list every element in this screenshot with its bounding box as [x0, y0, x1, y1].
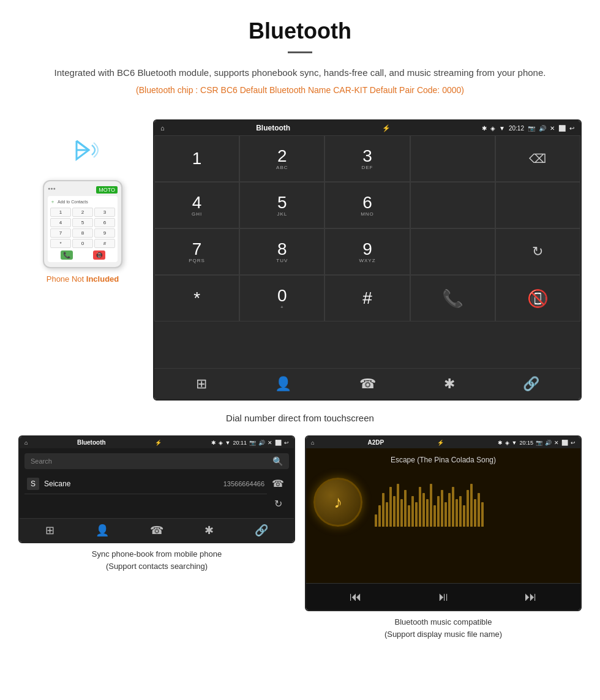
key-0[interactable]: 0+: [239, 275, 324, 322]
empty-cell-2: [495, 182, 580, 228]
phonebook-bottom: ⊞ 👤 ☎ ✱ 🔗: [20, 518, 294, 542]
key-6[interactable]: 6MNO: [324, 182, 410, 228]
mu-usb-icon: ⚡: [437, 440, 444, 446]
pb-vol-icon: 🔊: [258, 440, 265, 446]
call-button[interactable]: 📞: [410, 275, 495, 322]
key-3[interactable]: 3DEF: [324, 135, 410, 182]
key-4[interactable]: 4GHI: [154, 182, 239, 228]
phonebook-caption-line1: Sync phone-book from mobile phone: [92, 549, 222, 559]
contact-letter: S: [27, 478, 39, 490]
time-display: 20:12: [509, 125, 524, 132]
mu-x-icon: ✕: [554, 440, 559, 446]
pb-sig-icon: ▼: [225, 440, 231, 446]
phonebook-frame: ⌂ Bluetooth ⚡ ✱ ◈ ▼ 20:11 📷 🔊 ✕ ⬜ ↩: [18, 435, 295, 543]
page-title: Bluetooth: [37, 18, 563, 44]
prev-track-icon[interactable]: ⏮: [350, 590, 362, 604]
next-track-icon[interactable]: ⏭: [525, 590, 537, 604]
music-album-area: ♪: [313, 472, 573, 533]
phone-not-included-label: Phone Not Included: [47, 274, 119, 284]
phonebook-caption: Sync phone-book from mobile phone (Suppo…: [18, 543, 295, 574]
bottom-screenshots: ⌂ Bluetooth ⚡ ✱ ◈ ▼ 20:11 📷 🔊 ✕ ⬜ ↩: [0, 435, 600, 642]
dialpad-phone-icon[interactable]: ☎: [359, 376, 376, 392]
dialpad-screen: ⌂ Bluetooth ⚡ ✱ ◈ ▼ 20:12 📷 🔊 ✕ ⬜ ↩ 1 2A…: [153, 119, 582, 401]
key-8[interactable]: 8TUV: [239, 228, 324, 275]
end-call-button[interactable]: 📵: [495, 275, 580, 322]
window-icon: ⬜: [558, 125, 566, 132]
empty-cell-3: [410, 228, 495, 275]
music-frame: ⌂ A2DP ⚡ ✱ ◈ ▼ 20:15 📷 🔊 ✕ ⬜ ↩ Escape (T…: [305, 435, 582, 611]
music-caption-line1: Bluetooth music compatible: [395, 617, 492, 627]
mu-sig-icon: ▼: [512, 440, 517, 446]
pb-btn-contacts[interactable]: 👤: [96, 524, 109, 537]
header-section: Bluetooth Integrated with BC6 Bluetooth …: [0, 0, 600, 119]
key-7[interactable]: 7PQRS: [154, 228, 239, 275]
music-controls: ⏮ ⏯ ⏭: [306, 583, 580, 610]
pb-loc-icon: ◈: [219, 440, 223, 446]
mu-back-icon: ↩: [571, 440, 576, 446]
pb-home-icon: ⌂: [24, 440, 28, 446]
key-star[interactable]: *: [154, 275, 239, 322]
statusbar-icons: ✱ ◈ ▼ 20:12 📷 🔊 ✕ ⬜ ↩: [482, 125, 574, 132]
description-text: Integrated with BC6 Bluetooth module, su…: [37, 66, 563, 80]
pb-btn-phone[interactable]: ☎: [150, 524, 163, 537]
phonebook-block: ⌂ Bluetooth ⚡ ✱ ◈ ▼ 20:11 📷 🔊 ✕ ⬜ ↩: [18, 435, 295, 642]
refresh-button[interactable]: ↻: [495, 228, 580, 275]
usb-icon: ⚡: [382, 124, 391, 132]
phonebook-statusbar: ⌂ Bluetooth ⚡ ✱ ◈ ▼ 20:11 📷 🔊 ✕ ⬜ ↩: [20, 437, 294, 448]
pb-x-icon: ✕: [268, 440, 272, 446]
music-caption-line2: (Support display music file name): [384, 630, 502, 639]
dialpad-statusbar: ⌂ Bluetooth ⚡ ✱ ◈ ▼ 20:12 📷 🔊 ✕ ⬜ ↩: [154, 121, 580, 135]
phonebook-side-icons: ☎ ↻: [267, 474, 289, 513]
contact-name: Seicane: [44, 480, 223, 488]
back-icon: ↩: [569, 125, 574, 132]
bluetooth-specs: (Bluetooth chip : CSR BC6 Default Blueto…: [37, 85, 563, 95]
music-title: A2DP: [368, 439, 384, 446]
mu-win-icon: ⬜: [561, 440, 568, 446]
dialpad-caption: Dial number direct from touchscreen: [0, 407, 600, 435]
music-caption: Bluetooth music compatible (Support disp…: [305, 611, 582, 642]
camera-icon: 📷: [528, 125, 535, 132]
key-hash[interactable]: #: [324, 275, 410, 322]
bluetooth-icon: ✱: [482, 125, 487, 132]
pb-btn-grid[interactable]: ⊞: [45, 524, 54, 537]
title-divider: [288, 51, 312, 53]
music-block: ⌂ A2DP ⚡ ✱ ◈ ▼ 20:15 📷 🔊 ✕ ⬜ ↩ Escape (T…: [305, 435, 582, 642]
contact-phone: 13566664466: [223, 480, 264, 487]
contact-list: S Seicane 13566664466: [24, 474, 267, 513]
pb-refresh-icon[interactable]: ↻: [274, 498, 282, 510]
call-red-icon: 📵: [527, 288, 549, 309]
search-bar[interactable]: Search 🔍: [24, 453, 289, 469]
key-2[interactable]: 2ABC: [239, 135, 324, 182]
pb-btn-link[interactable]: 🔗: [255, 524, 268, 537]
dialpad-link-icon[interactable]: 🔗: [523, 376, 539, 392]
pb-back-icon: ↩: [284, 440, 289, 446]
dialpad-contacts-icon[interactable]: 👤: [275, 376, 291, 392]
phonebook-title: Bluetooth: [77, 439, 106, 446]
mu-vol-icon: 🔊: [545, 440, 552, 446]
display-area: [410, 135, 495, 182]
phonebook-time: 20:11: [233, 440, 247, 446]
search-placeholder: Search: [31, 457, 52, 465]
pb-bt-icon: ✱: [211, 440, 216, 446]
pb-btn-bt[interactable]: ✱: [204, 524, 214, 537]
search-icon[interactable]: 🔍: [272, 456, 283, 466]
play-pause-icon[interactable]: ⏯: [437, 590, 449, 604]
music-equalizer: [375, 478, 573, 527]
mu-bt-icon: ✱: [498, 440, 503, 446]
music-body: Escape (The Pina Colada Song) ♪: [306, 448, 580, 583]
dialpad-grid-icon[interactable]: ⊞: [196, 376, 207, 392]
phone-mockup: ●●● MOTO ＋ Add to Contacts 123 456 789 *…: [43, 180, 122, 268]
dialpad-bluetooth-icon[interactable]: ✱: [444, 376, 455, 392]
backspace-button[interactable]: ⌫: [495, 135, 580, 182]
pb-usb-icon: ⚡: [155, 440, 162, 446]
pb-call-icon[interactable]: ☎: [272, 478, 284, 489]
music-time: 20:15: [519, 440, 533, 446]
key-1[interactable]: 1: [154, 135, 239, 182]
signal-icon: ▼: [499, 125, 505, 132]
key-5[interactable]: 5JKL: [239, 182, 324, 228]
bluetooth-waves-icon: [64, 132, 101, 174]
mu-cam-icon: 📷: [536, 440, 542, 446]
empty-cell-1: [410, 182, 495, 228]
key-9[interactable]: 9WXYZ: [324, 228, 410, 275]
song-title: Escape (The Pina Colada Song): [313, 456, 573, 464]
